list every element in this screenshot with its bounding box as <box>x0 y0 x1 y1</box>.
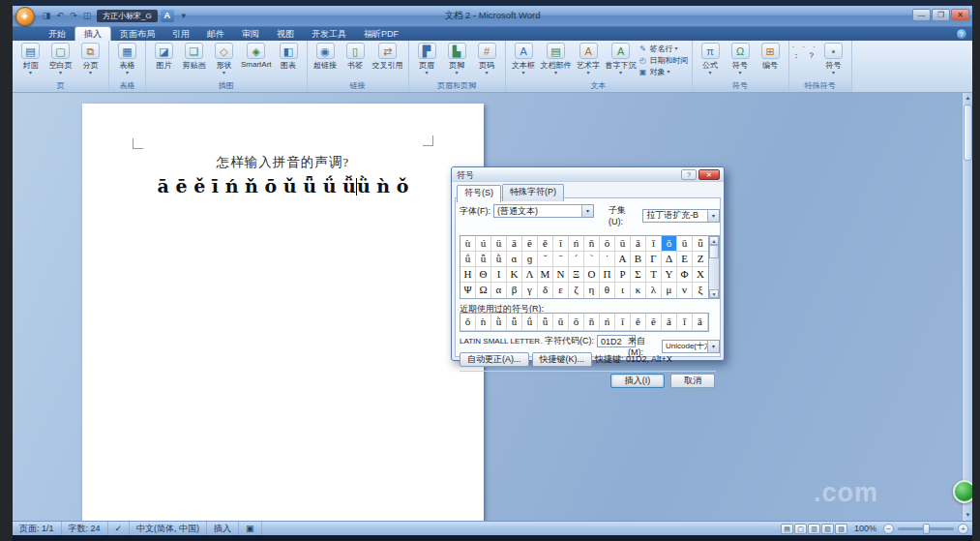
hyperlink-button[interactable]: ◉超链接 <box>311 43 341 71</box>
symbol-cell-r2c8[interactable]: Ο <box>584 267 600 283</box>
tab-mailings[interactable]: 邮件 <box>198 27 233 41</box>
recent-symbol-14[interactable]: ǐ <box>677 314 693 331</box>
recent-symbol-13[interactable]: ā <box>662 314 677 331</box>
symbol-cell-r2c12[interactable]: Τ <box>646 267 662 283</box>
clip-art-button[interactable]: ❏剪贴画 <box>179 43 209 71</box>
symbol-cell-r3c4[interactable]: γ <box>522 283 538 298</box>
recent-symbol-4[interactable]: ǘ <box>522 314 538 331</box>
blank-page-button[interactable]: ▢空白页▾ <box>45 43 75 75</box>
tab-developer[interactable]: 开发工具 <box>303 27 355 41</box>
symbol-cell-r0c4[interactable]: ē <box>522 236 538 252</box>
symbol-cell-r2c14[interactable]: Φ <box>677 267 693 283</box>
symbol-cell-r1c0[interactable]: ǘ <box>460 252 476 267</box>
recent-symbol-5[interactable]: ǖ <box>538 314 553 331</box>
footer-button[interactable]: ▙页脚▾ <box>442 43 472 75</box>
scroll-down-icon[interactable]: ▼ <box>963 510 972 521</box>
special-symbol-button[interactable]: •符号▾ <box>818 43 848 75</box>
symbol-cell-r2c1[interactable]: Θ <box>476 267 491 283</box>
dialog-title-bar[interactable]: 符号 ? ✕ <box>452 167 724 182</box>
header-button[interactable]: ▛页眉▾ <box>412 43 442 75</box>
recent-symbol-12[interactable]: ē <box>646 314 662 331</box>
language[interactable]: 中文(简体, 中国) <box>130 522 207 535</box>
date-time-button[interactable]: ◴日期和时间 <box>638 55 689 66</box>
page-number-button[interactable]: #页码▾ <box>472 43 502 75</box>
symbol-cell-r0c6[interactable]: ī <box>553 236 569 252</box>
symbol-grid-scrollbar[interactable]: ▲ ▼ <box>708 235 720 299</box>
macro-record[interactable]: ▣ <box>239 522 262 535</box>
symbol-cell-r0c2[interactable]: ü <box>491 236 507 252</box>
page-break-button[interactable]: ⧉分页▾ <box>75 43 105 75</box>
symbol-button[interactable]: Ω符号▾ <box>726 43 756 75</box>
symbol-cell-r3c7[interactable]: ζ <box>569 283 584 298</box>
recent-symbol-8[interactable]: ň <box>584 314 600 331</box>
tab-view[interactable]: 视图 <box>268 27 303 41</box>
scroll-down-icon[interactable]: ▼ <box>709 289 719 298</box>
symbol-cell-r1c4[interactable]: ɡ <box>522 252 538 267</box>
wordart-button[interactable]: A艺术字▾ <box>574 43 604 75</box>
symbol-cell-r3c15[interactable]: ξ <box>693 283 708 298</box>
symbol-cell-r1c15[interactable]: Ζ <box>693 252 708 267</box>
symbol-cell-r3c2[interactable]: α <box>491 283 507 298</box>
minimize-button[interactable]: — <box>912 9 931 21</box>
symbol-cell-r1c3[interactable]: ɑ <box>507 252 522 267</box>
tab-references[interactable]: 引用 <box>163 27 198 41</box>
symbol-cell-r1c11[interactable]: Β <box>631 252 646 267</box>
symbol-cell-r0c5[interactable]: ě <box>538 236 553 252</box>
scrollbar-thumb[interactable] <box>964 105 972 161</box>
recent-symbol-10[interactable]: ī <box>615 314 631 331</box>
symbol-cell-r3c5[interactable]: δ <box>538 283 553 298</box>
symbol-cell-r0c13[interactable]: ǒ <box>662 236 677 252</box>
shapes-button[interactable]: ◇形状▾ <box>209 43 239 75</box>
zoom-slider[interactable] <box>898 527 954 530</box>
symbol-cell-r2c2[interactable]: Ι <box>491 267 507 283</box>
symbol-cell-r3c1[interactable]: Ω <box>476 283 491 298</box>
recent-symbol-2[interactable]: ǜ <box>491 314 507 331</box>
help-icon[interactable]: ? <box>956 28 967 40</box>
scroll-up-icon[interactable]: ▲ <box>709 236 719 245</box>
font-select[interactable]: (普通文本) ▾ <box>493 204 594 218</box>
symbol-cell-r3c11[interactable]: κ <box>631 283 646 298</box>
recent-symbol-6[interactable]: ǔ <box>553 314 569 331</box>
subset-select[interactable]: 拉丁语扩充-B ▾ <box>642 209 720 223</box>
zoom-level[interactable]: 100% <box>851 524 879 533</box>
floating-widget-icon[interactable] <box>953 480 972 503</box>
symbol-cell-r2c5[interactable]: Μ <box>538 267 553 283</box>
symbol-cell-r2c3[interactable]: Κ <box>507 267 522 283</box>
tab-home[interactable]: 开始 <box>40 27 74 41</box>
insert-button[interactable]: 插入(I) <box>610 374 665 388</box>
from-select[interactable]: Unicode(十六进制) ▾ <box>662 340 720 353</box>
symbol-cell-r3c6[interactable]: ε <box>553 283 569 298</box>
chevron-down-icon[interactable]: ▾ <box>707 210 719 222</box>
zoom-out-button[interactable]: − <box>883 524 894 534</box>
special-characters-tab[interactable]: 特殊字符(P) <box>502 184 564 201</box>
word-count[interactable]: 字数: 24 <box>62 522 108 535</box>
dialog-close-icon[interactable]: ✕ <box>698 169 720 180</box>
signature-line-button[interactable]: ✎签名行▾ <box>638 44 689 54</box>
symbol-cell-r1c10[interactable]: Α <box>615 252 631 267</box>
tab-page-layout[interactable]: 页面布局 <box>111 27 163 41</box>
fullscreen-view-button[interactable]: ▢ <box>794 524 807 534</box>
cover-page-button[interactable]: ▤封面▾ <box>15 43 45 75</box>
symbol-cell-r0c1[interactable]: ú <box>476 236 491 252</box>
tab-insert[interactable]: 插入 <box>74 26 111 41</box>
symbol-cell-r1c9[interactable]: ˙ <box>600 252 615 267</box>
symbol-cell-r1c1[interactable]: ǚ <box>476 252 491 267</box>
restore-button[interactable]: ❐ <box>932 9 950 21</box>
symbol-cell-r1c12[interactable]: Γ <box>646 252 662 267</box>
symbol-cell-r1c14[interactable]: Ε <box>677 252 693 267</box>
symbol-cell-r1c8[interactable]: ˋ <box>584 252 600 267</box>
recent-symbol-11[interactable]: ě <box>631 314 646 331</box>
symbol-cell-r1c7[interactable]: ˊ <box>569 252 584 267</box>
zoom-in-button[interactable]: + <box>958 524 968 534</box>
special-symbol-gallery[interactable]: · · ·： ？ <box>792 43 818 60</box>
document-vertical-scrollbar[interactable]: ▲ ▼ <box>962 93 972 521</box>
symbol-cell-r3c13[interactable]: μ <box>662 283 677 298</box>
zoom-slider-thumb[interactable] <box>923 524 930 534</box>
bookmark-button[interactable]: ▯书签 <box>341 43 371 71</box>
cancel-button[interactable]: 取消 <box>670 374 715 388</box>
symbol-cell-r0c9[interactable]: ō <box>600 236 615 252</box>
tab-review[interactable]: 审阅 <box>233 27 268 41</box>
symbol-cell-r2c0[interactable]: Η <box>460 267 476 283</box>
symbol-cell-r0c0[interactable]: ù <box>460 236 476 252</box>
symbol-cell-r3c14[interactable]: ν <box>677 283 693 298</box>
